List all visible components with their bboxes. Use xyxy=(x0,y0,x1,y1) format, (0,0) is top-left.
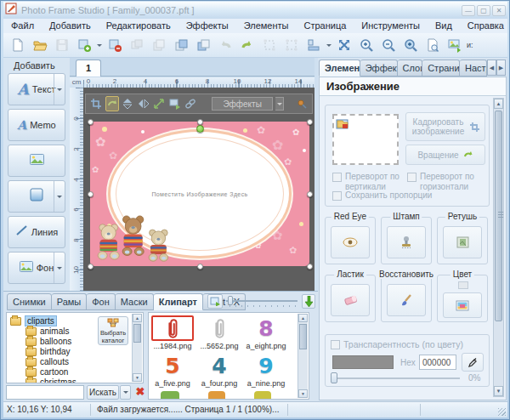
transparency-swatch[interactable] xyxy=(332,355,394,369)
add-text-dropdown[interactable] xyxy=(54,74,65,105)
scrollbar-thumb[interactable] xyxy=(299,324,307,349)
tree-item-christmas[interactable]: christmas xyxy=(26,377,76,383)
add-background-button[interactable]: Фон xyxy=(8,252,65,284)
copy-button[interactable] xyxy=(148,35,170,55)
tree-item-cartoon[interactable]: cartoon xyxy=(26,367,68,377)
resize-grip[interactable] xyxy=(498,408,506,416)
tab-clipart[interactable]: Клипарт xyxy=(154,293,203,310)
add-memo-button[interactable]: A Memo xyxy=(8,109,65,141)
export-image-button[interactable] xyxy=(444,35,466,55)
align-button[interactable] xyxy=(303,35,325,55)
transparency-slider-thumb[interactable] xyxy=(331,372,337,383)
scroll-down-arrow[interactable]: ▼ xyxy=(494,386,503,396)
insert-clipart-button[interactable] xyxy=(207,294,223,309)
open-folder-button[interactable] xyxy=(29,35,51,55)
menu-item-file[interactable]: Файл xyxy=(3,19,42,33)
tab-background[interactable]: Фон xyxy=(87,293,116,310)
remove-image-button[interactable] xyxy=(104,35,126,55)
resize-icon[interactable] xyxy=(153,96,167,111)
resize-handle-n[interactable] xyxy=(197,119,203,125)
clipart-thumb[interactable]: 9 a_nine.png xyxy=(245,353,287,388)
bring-forward-button[interactable] xyxy=(170,35,192,55)
zoom-in-button[interactable] xyxy=(355,35,377,55)
scroll-down-arrow[interactable]: ▼ xyxy=(133,373,142,382)
tab-page[interactable]: Страница xyxy=(422,60,460,77)
restore-button[interactable] xyxy=(387,284,426,316)
effects-dropdown-caret[interactable] xyxy=(275,97,284,111)
undo-button[interactable] xyxy=(214,35,236,55)
photo-frame[interactable]: ✿ ✿ ✿ ✿ ✿ ✿ ✿ ✿ ✿ ✿ Поместить Изобра xyxy=(90,122,309,266)
files-scrollbar[interactable]: ▲ ▼ xyxy=(298,314,308,398)
eyedropper-button[interactable] xyxy=(462,353,484,372)
selection-frame-button[interactable] xyxy=(258,35,280,55)
add-background-dropdown[interactable] xyxy=(54,253,65,283)
size-slider-thumb[interactable] xyxy=(228,296,233,305)
transform-frame-button[interactable] xyxy=(280,35,303,55)
tabs-scroll-left-button[interactable]: ◀ xyxy=(487,60,496,76)
new-document-button[interactable] xyxy=(7,35,29,55)
crop-image-button[interactable]: Кадрировать изображение xyxy=(405,112,485,141)
red-eye-button[interactable] xyxy=(331,226,370,258)
choose-directory-button[interactable]: Выбрать каталог xyxy=(98,316,128,345)
clear-search-button[interactable]: ✖ xyxy=(133,385,147,400)
tabs-scroll-right-button[interactable]: ▶ xyxy=(496,60,506,76)
crop-icon[interactable] xyxy=(89,96,103,111)
thumbnail-size-slider[interactable] xyxy=(226,294,298,309)
resize-handle-ne[interactable] xyxy=(307,119,313,125)
hex-input[interactable] xyxy=(419,355,456,370)
send-backward-button[interactable] xyxy=(192,35,214,55)
menu-item-edit[interactable]: Редактировать xyxy=(99,19,178,33)
tree-scrollbar[interactable]: ▲ ▼ xyxy=(132,314,142,382)
align-dropdown[interactable] xyxy=(325,35,333,55)
search-button[interactable]: Искать xyxy=(87,385,119,400)
resize-handle-se[interactable] xyxy=(307,264,313,270)
flip-horizontal-icon[interactable] xyxy=(137,96,150,111)
scrollbar-thumb[interactable] xyxy=(133,324,141,343)
menu-item-tools[interactable]: Инструменты xyxy=(354,19,428,33)
tree-item-callouts[interactable]: callouts xyxy=(26,357,69,366)
image-preview-box[interactable] xyxy=(332,114,399,165)
tree-item-animals[interactable]: animals xyxy=(26,326,69,336)
keep-proportions-checkbox[interactable]: Сохранить пропорции xyxy=(332,190,460,201)
minimize-button[interactable]: — xyxy=(462,5,475,16)
menu-item-elements[interactable]: Элементы xyxy=(236,19,297,33)
link-icon[interactable] xyxy=(184,96,198,111)
scroll-up-arrow[interactable]: ▲ xyxy=(298,314,308,322)
resize-handle-e[interactable] xyxy=(307,191,313,197)
resize-handle-sw[interactable] xyxy=(88,264,94,270)
rotate-icon[interactable] xyxy=(105,96,119,111)
tab-snapshots[interactable]: Снимки xyxy=(7,293,52,310)
transparency-slider-track[interactable] xyxy=(334,377,460,379)
search-options-dropdown[interactable] xyxy=(120,385,131,400)
retouch-button[interactable] xyxy=(443,226,482,258)
add-shape-button[interactable] xyxy=(8,180,65,213)
add-image-sidebar-button[interactable] xyxy=(8,145,65,177)
replace-image-icon[interactable] xyxy=(168,96,182,111)
clipart-thumb[interactable]: ...1984.png xyxy=(151,315,194,350)
resize-handle-s[interactable] xyxy=(197,264,203,270)
add-image-button[interactable] xyxy=(73,35,95,55)
scroll-down-arrow[interactable]: ▼ xyxy=(298,389,308,398)
menu-item-help[interactable]: Справка xyxy=(460,19,510,33)
page-tab-1[interactable]: 1 xyxy=(76,60,101,77)
zoom-out-button[interactable] xyxy=(377,35,400,55)
tree-item-cliparts[interactable]: cliparts xyxy=(10,315,57,326)
redo-button[interactable] xyxy=(236,35,258,55)
tab-layers[interactable]: Слои xyxy=(398,60,423,77)
tree-item-birthday[interactable]: birthday xyxy=(26,347,71,356)
add-line-button[interactable]: Линия xyxy=(8,216,65,248)
menu-item-view[interactable]: Вид xyxy=(428,19,460,33)
tab-effects[interactable]: Эффекты xyxy=(360,60,398,77)
menu-item-effects[interactable]: Эффекты xyxy=(178,19,236,33)
rotate-image-button[interactable]: Вращение xyxy=(405,145,485,165)
pin-icon[interactable] xyxy=(295,96,309,111)
transparency-checkbox[interactable]: Транспарентность (по цвету) xyxy=(331,339,484,349)
zoom-actual-button[interactable] xyxy=(400,35,422,55)
scrollbar-thumb[interactable] xyxy=(495,111,502,321)
clipart-thumb[interactable]: 4 a_four.png xyxy=(198,353,241,388)
panel-scrollbar[interactable]: ▲ ▼ xyxy=(493,98,504,397)
stamp-button[interactable] xyxy=(387,226,426,258)
clipart-thumb[interactable]: 5 a_five.png xyxy=(151,353,194,388)
maximize-button[interactable]: ▢ xyxy=(477,5,490,16)
fit-to-window-button[interactable] xyxy=(333,35,355,55)
